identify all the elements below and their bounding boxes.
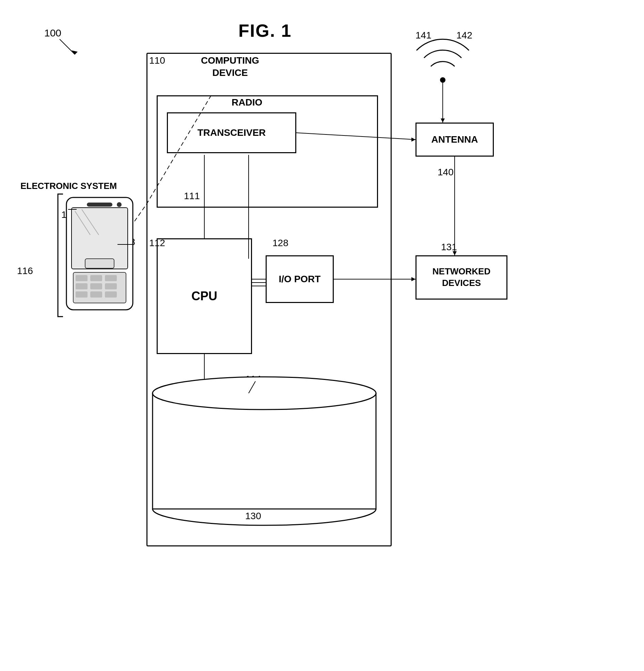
- svg-rect-32: [76, 283, 88, 289]
- electronic-system-label: ELECTRONIC SYSTEM: [21, 180, 117, 192]
- software-application-box: SOFTWARE APPLICATION: [167, 415, 361, 477]
- ref-116: 116: [17, 266, 33, 276]
- svg-rect-35: [76, 291, 88, 297]
- svg-rect-38: [85, 259, 114, 268]
- cpu-label: CPU: [191, 289, 217, 303]
- svg-marker-11: [411, 138, 416, 142]
- figure-title: FIG. 1: [238, 21, 292, 41]
- ref-100: 100: [44, 27, 61, 39]
- ref-142: 142: [456, 30, 472, 41]
- ref-140: 140: [438, 167, 454, 178]
- ref-129: 129: [61, 210, 77, 220]
- cpu-box: CPU: [157, 238, 252, 354]
- svg-rect-33: [90, 283, 102, 289]
- io-label: I/O PORT: [279, 273, 321, 285]
- computing-device-label: COMPUTING DEVICE: [201, 54, 259, 79]
- svg-line-25: [82, 210, 99, 235]
- ref-130: 130: [245, 511, 261, 521]
- io-port-box: I/O PORT: [265, 255, 334, 303]
- ref-111: 111: [184, 191, 200, 202]
- networked-label: NETWORKED DEVICES: [417, 266, 506, 289]
- ref-118: 118: [119, 237, 135, 248]
- svg-rect-28: [73, 273, 126, 303]
- svg-line-24: [75, 211, 90, 235]
- svg-rect-29: [76, 275, 88, 281]
- antenna-label: ANTENNA: [432, 134, 478, 145]
- ref-128: 128: [272, 238, 288, 249]
- svg-rect-30: [90, 275, 102, 281]
- svg-rect-26: [87, 203, 112, 207]
- ref-110: 110: [149, 55, 165, 66]
- svg-line-0: [60, 39, 75, 54]
- svg-marker-1: [72, 50, 78, 54]
- svg-marker-9: [411, 277, 416, 281]
- ref-114: 114: [245, 374, 261, 385]
- storage-label: STORAGE: [214, 386, 262, 396]
- svg-rect-36: [90, 291, 102, 297]
- svg-point-27: [117, 202, 122, 207]
- diagram: FIG. 1 100 COMPUTING DEVICE 110 RADIO TR…: [0, 0, 644, 671]
- svg-line-39: [135, 204, 146, 221]
- svg-marker-21: [441, 118, 445, 123]
- svg-point-19: [440, 77, 445, 83]
- ref-131: 131: [441, 242, 457, 253]
- radio-label: RADIO: [232, 97, 262, 108]
- svg-rect-37: [105, 291, 117, 297]
- svg-rect-31: [105, 275, 117, 281]
- ref-112: 112: [149, 238, 165, 249]
- software-label: SOFTWARE APPLICATION: [204, 439, 324, 453]
- ref-141: 141: [416, 30, 432, 41]
- networked-devices-box: NETWORKED DEVICES: [416, 255, 507, 300]
- antenna-box: ANTENNA: [416, 123, 494, 156]
- transceiver-box: TRANSCEIVER: [167, 112, 296, 153]
- transceiver-label: TRANSCEIVER: [198, 127, 266, 138]
- svg-rect-34: [105, 283, 117, 289]
